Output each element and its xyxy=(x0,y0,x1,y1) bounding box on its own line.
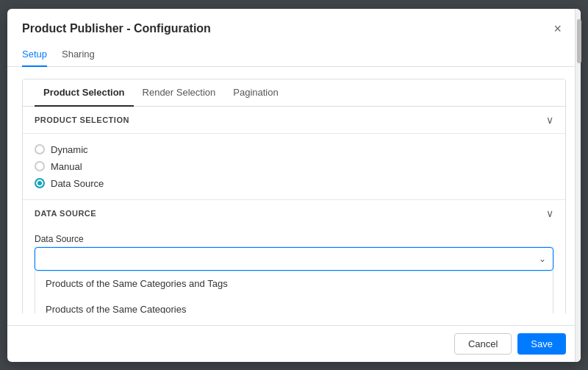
dropdown-list: Products of the Same Categories and Tags… xyxy=(35,271,553,313)
data-source-header[interactable]: DATA SOURCE ∨ xyxy=(23,200,565,227)
radio-circle-manual xyxy=(35,161,45,171)
modal-body: Product Selection Render Selection Pagin… xyxy=(7,67,581,325)
radio-dynamic[interactable]: Dynamic xyxy=(35,144,553,155)
radio-circle-data-source xyxy=(35,178,45,188)
radio-circle-dynamic xyxy=(35,144,45,154)
tab-pagination[interactable]: Pagination xyxy=(224,79,287,107)
data-source-content: Data Source Products of the Same Categor… xyxy=(23,227,565,271)
cancel-button[interactable]: Cancel xyxy=(454,333,512,355)
close-button[interactable]: × xyxy=(549,21,566,37)
modal-header: Product Publisher - Configuration × xyxy=(7,9,581,37)
content-area: Product Selection Render Selection Pagin… xyxy=(22,79,566,313)
scrollbar-track[interactable] xyxy=(575,67,581,325)
data-source-chevron: ∨ xyxy=(546,207,553,219)
tab-render-selection[interactable]: Render Selection xyxy=(134,79,225,107)
data-source-label: Data Source xyxy=(35,234,553,244)
save-button[interactable]: Save xyxy=(517,333,566,355)
radio-label-dynamic: Dynamic xyxy=(51,144,88,155)
product-selection-content: Dynamic Manual Data Source xyxy=(23,134,565,199)
modal-dialog: Product Publisher - Configuration × Setu… xyxy=(7,9,581,362)
data-source-select-wrapper: Products of the Same Categories and Tags… xyxy=(35,247,553,271)
tab-product-selection[interactable]: Product Selection xyxy=(35,79,134,107)
radio-label-manual: Manual xyxy=(51,161,82,172)
modal-footer: Cancel Save xyxy=(7,325,581,362)
radio-label-data-source: Data Source xyxy=(51,178,104,189)
product-selection-title: PRODUCT SELECTION xyxy=(35,115,129,124)
tab-sharing[interactable]: Sharing xyxy=(62,44,95,67)
modal-tabs: Setup Sharing xyxy=(7,37,581,67)
product-selection-chevron: ∨ xyxy=(546,114,553,126)
data-source-title: DATA SOURCE xyxy=(35,209,96,218)
radio-manual[interactable]: Manual xyxy=(35,161,553,172)
dropdown-item-same-categories[interactable]: Products of the Same Categories xyxy=(35,296,553,313)
tab-setup[interactable]: Setup xyxy=(22,44,47,67)
dropdown-item-same-categories-tags[interactable]: Products of the Same Categories and Tags xyxy=(35,271,553,296)
modal-overlay: Product Publisher - Configuration × Setu… xyxy=(0,0,588,370)
data-source-select[interactable]: Products of the Same Categories and Tags… xyxy=(35,247,553,271)
radio-data-source[interactable]: Data Source xyxy=(35,178,553,189)
inner-tabs: Product Selection Render Selection Pagin… xyxy=(23,79,565,107)
radio-group: Dynamic Manual Data Source xyxy=(35,144,553,189)
modal-title: Product Publisher - Configuration xyxy=(22,22,211,35)
data-source-section: DATA SOURCE ∨ Data Source Products of th… xyxy=(23,200,565,313)
inner-card: Product Selection Render Selection Pagin… xyxy=(22,79,566,313)
product-selection-header[interactable]: PRODUCT SELECTION ∨ xyxy=(23,107,565,133)
